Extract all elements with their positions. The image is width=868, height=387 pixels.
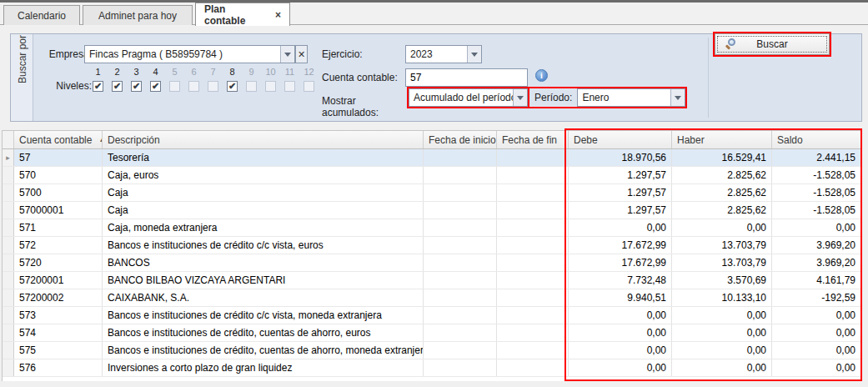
cell-saldo[interactable]: 2.441,15 [772, 149, 861, 166]
column-header-debe[interactable]: Debe [569, 131, 672, 148]
level-checkbox[interactable]: ✔ [131, 81, 142, 92]
cell-saldo[interactable]: 4.161,79 [772, 272, 861, 289]
cell-fin[interactable] [497, 184, 569, 201]
level-checkbox[interactable]: ✔ [112, 81, 123, 92]
cell-haber[interactable]: 0,00 [672, 359, 772, 376]
row-selector-cell[interactable] [3, 167, 14, 183]
cell-haber[interactable]: 3.570,69 [672, 272, 772, 289]
cell-haber[interactable]: 2.825,62 [672, 167, 772, 183]
table-row[interactable]: 573Bancos e instituciones de crédito c/c… [3, 307, 860, 324]
selected-row-marker[interactable]: ▸ [3, 149, 14, 166]
row-selector-cell[interactable] [3, 254, 14, 271]
column-header-desc[interactable]: Descripción [103, 131, 424, 148]
row-selector-cell[interactable] [3, 359, 14, 376]
periodo-combobox[interactable]: Enero [577, 88, 685, 107]
cell-inicio[interactable] [424, 202, 497, 219]
cell-haber[interactable]: 13.703,79 [672, 237, 772, 254]
cell-debe[interactable]: 0,00 [569, 359, 672, 376]
cell-fin[interactable] [497, 342, 569, 359]
table-row[interactable]: 5700Caja1.297,572.825,62-1.528,05 [3, 184, 860, 202]
level-checkbox[interactable]: ✔ [93, 81, 103, 92]
cell-debe[interactable]: 7.732,48 [569, 272, 672, 289]
cell-inicio[interactable] [424, 219, 497, 236]
cell-saldo[interactable]: 0,00 [772, 307, 861, 324]
cell-fin[interactable] [497, 202, 569, 219]
level-checkbox[interactable]: ✔ [150, 81, 161, 92]
cell-cuenta[interactable]: 57200001 [14, 272, 103, 289]
cell-fin[interactable] [497, 254, 569, 271]
cell-haber[interactable]: 13.703,79 [672, 254, 772, 271]
tab-calendario[interactable]: Calendario [3, 5, 80, 25]
empresa-clear-button[interactable]: ✕ [295, 45, 308, 63]
column-header-cuenta[interactable]: Cuenta contable▲ [14, 131, 103, 148]
cell-saldo[interactable]: -192,59 [772, 289, 861, 306]
cell-inicio[interactable] [424, 289, 497, 306]
search-panel-side-tab[interactable]: Buscar por [11, 34, 33, 121]
cell-desc[interactable]: Bancos e instituciones de crédito, cuent… [103, 342, 424, 359]
periodo-dropdown-button[interactable] [670, 89, 685, 106]
cell-fin[interactable] [497, 272, 569, 289]
table-row[interactable]: 5720BANCOS17.672,9913.703,793.969,20 [3, 254, 860, 272]
row-selector-cell[interactable] [3, 324, 14, 341]
row-selector-cell[interactable] [3, 219, 14, 236]
table-row[interactable]: 576Inversiones a corto plazo de gran liq… [3, 359, 860, 377]
cell-desc[interactable]: Bancos e instituciones de crédito c/c vi… [103, 237, 424, 254]
ejercicio-combobox[interactable]: 2023 [405, 45, 482, 63]
cell-desc[interactable]: Bancos e instituciones de crédito, cuent… [103, 324, 424, 341]
cell-saldo[interactable]: 0,00 [772, 219, 861, 236]
cell-saldo[interactable]: -1.528,05 [772, 167, 861, 183]
cell-inicio[interactable] [424, 237, 497, 254]
table-row[interactable]: 575Bancos e instituciones de crédito, cu… [3, 342, 860, 359]
cell-debe[interactable]: 9.940,51 [569, 289, 672, 306]
cell-inicio[interactable] [424, 359, 497, 376]
table-row[interactable]: 57000001Caja1.297,572.825,62-1.528,05 [3, 202, 860, 219]
cell-cuenta[interactable]: 574 [14, 324, 103, 341]
cell-desc[interactable]: CAIXABANK, S.A. [103, 289, 424, 306]
cell-desc[interactable]: Inversiones a corto plazo de gran liquid… [103, 359, 424, 376]
column-header-fin[interactable]: Fecha de fin [497, 131, 569, 148]
cell-fin[interactable] [497, 324, 569, 341]
cell-desc[interactable]: Bancos e instituciones de crédito c/c vi… [103, 307, 424, 324]
cell-saldo[interactable]: 0,00 [772, 359, 861, 376]
cell-debe[interactable]: 1.297,57 [569, 202, 672, 219]
cell-cuenta[interactable]: 575 [14, 342, 103, 359]
cell-debe[interactable]: 1.297,57 [569, 167, 672, 183]
cell-haber[interactable]: 2.825,62 [672, 202, 772, 219]
cell-inicio[interactable] [424, 167, 497, 183]
row-selector-cell[interactable] [3, 202, 14, 219]
cell-inicio[interactable] [424, 307, 497, 324]
cell-cuenta[interactable]: 57 [14, 149, 103, 166]
table-row[interactable]: 570Caja, euros1.297,572.825,62-1.528,05 [3, 167, 860, 184]
cell-haber[interactable]: 10.133,10 [672, 289, 772, 306]
cell-saldo[interactable]: 3.969,20 [772, 237, 861, 254]
cell-saldo[interactable]: 0,00 [772, 324, 861, 341]
row-selector-cell[interactable] [3, 289, 14, 306]
cell-desc[interactable]: Caja [103, 184, 424, 201]
cell-inicio[interactable] [424, 272, 497, 289]
cell-cuenta[interactable]: 57000001 [14, 202, 103, 219]
cell-debe[interactable]: 0,00 [569, 324, 672, 341]
cell-haber[interactable]: 0,00 [672, 324, 772, 341]
cell-debe[interactable]: 18.970,56 [569, 149, 672, 166]
row-selector-cell[interactable] [3, 342, 14, 359]
cell-haber[interactable]: 2.825,62 [672, 184, 772, 201]
cell-haber[interactable]: 0,00 [672, 307, 772, 324]
cell-fin[interactable] [497, 359, 569, 376]
mostrar-acumulados-dropdown-button[interactable] [513, 89, 527, 106]
table-row[interactable]: ▸57Tesorería18.970,5616.529,412.441,15 [3, 149, 860, 167]
cell-debe[interactable]: 17.672,99 [569, 237, 672, 254]
cell-inicio[interactable] [424, 254, 497, 271]
cell-inicio[interactable] [424, 342, 497, 359]
table-row[interactable]: 572Bancos e instituciones de crédito c/c… [3, 237, 860, 254]
cell-desc[interactable]: Caja, euros [103, 167, 424, 183]
cell-cuenta[interactable]: 572 [14, 237, 103, 254]
tab-adminet-para-hoy[interactable]: Adminet para hoy [83, 5, 193, 25]
cell-debe[interactable]: 1.297,57 [569, 184, 672, 201]
cell-debe[interactable]: 17.672,99 [569, 254, 672, 271]
cell-cuenta[interactable]: 571 [14, 219, 103, 236]
cell-desc[interactable]: BANCO BILBAO VIZCAYA ARGENTARI [103, 272, 424, 289]
cell-fin[interactable] [497, 289, 569, 306]
cell-fin[interactable] [497, 149, 569, 166]
cell-haber[interactable]: 16.529,41 [672, 149, 772, 166]
cell-saldo[interactable]: 3.969,20 [772, 254, 861, 271]
